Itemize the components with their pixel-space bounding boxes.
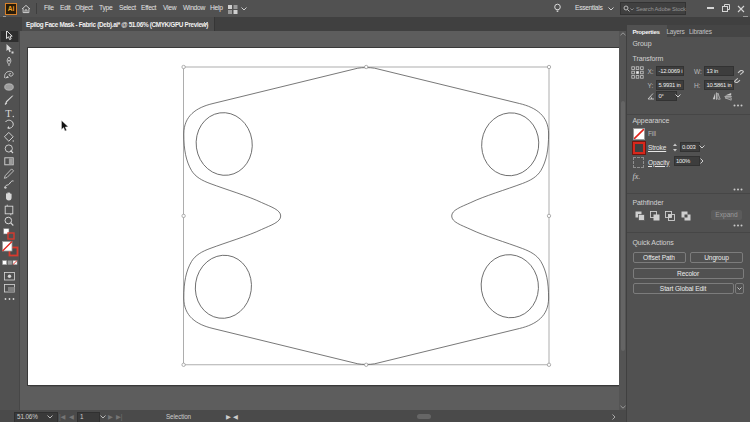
svg-text:T: T (5, 108, 12, 119)
